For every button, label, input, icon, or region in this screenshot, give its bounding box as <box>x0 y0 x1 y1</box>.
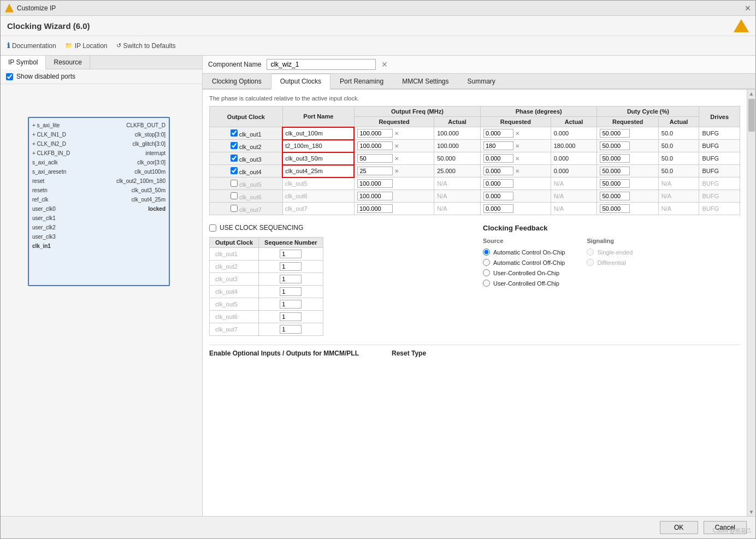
scroll-down-arrow[interactable]: ▼ <box>749 509 754 515</box>
seq-number-input[interactable] <box>280 325 302 334</box>
freq-requested-input[interactable] <box>357 179 393 188</box>
seq-number-cell[interactable] <box>259 286 323 298</box>
seq-number-input[interactable] <box>280 250 302 258</box>
clear-component-name-icon[interactable]: ✕ <box>381 60 388 69</box>
switch-defaults-link[interactable]: ↺ Switch to Defaults <box>116 42 176 50</box>
phase-requested-cell[interactable] <box>480 203 551 215</box>
freq-requested-input[interactable] <box>357 192 393 200</box>
phase-requested-input[interactable] <box>483 167 513 175</box>
duty-requested-cell[interactable] <box>597 140 658 152</box>
port-name-cell[interactable]: clk_out7 <box>282 203 354 215</box>
source-radio[interactable] <box>483 248 490 256</box>
duty-requested-input[interactable] <box>600 167 630 175</box>
duty-requested-input[interactable] <box>600 141 630 150</box>
seq-number-cell[interactable] <box>259 323 323 336</box>
seq-number-cell[interactable] <box>259 311 323 323</box>
close-button[interactable]: ✕ <box>745 4 751 13</box>
ok-button[interactable]: OK <box>660 521 698 534</box>
freq-requested-input[interactable] <box>357 154 393 163</box>
seq-number-cell[interactable] <box>259 260 323 273</box>
phase-requested-input[interactable] <box>483 179 513 188</box>
seq-number-cell[interactable] <box>259 273 323 286</box>
seq-number-input[interactable] <box>280 262 302 271</box>
signaling-radio[interactable] <box>587 248 594 256</box>
signaling-radio[interactable] <box>587 259 594 266</box>
duty-requested-cell[interactable] <box>597 190 658 203</box>
freq-clear-icon[interactable]: ✕ <box>394 143 399 149</box>
tab-mmcm-settings[interactable]: MMCM Settings <box>393 74 458 88</box>
freq-requested-input[interactable] <box>357 167 393 175</box>
phase-clear-icon[interactable]: ✕ <box>515 143 519 149</box>
duty-requested-input[interactable] <box>600 154 630 163</box>
phase-requested-cell[interactable]: ✕ <box>480 140 551 152</box>
phase-requested-input[interactable] <box>483 204 513 213</box>
freq-requested-cell[interactable]: ✕ <box>354 127 434 140</box>
freq-requested-cell[interactable]: ✕ <box>354 152 434 165</box>
use-clock-seq-checkbox[interactable] <box>209 224 216 232</box>
freq-clear-icon[interactable]: ✕ <box>394 131 399 137</box>
duty-requested-cell[interactable] <box>597 165 658 177</box>
phase-clear-icon[interactable]: ✕ <box>515 131 519 137</box>
scroll-thumb[interactable] <box>748 99 755 132</box>
phase-requested-cell[interactable] <box>480 177 551 190</box>
clock-enable-checkbox[interactable] <box>231 167 238 174</box>
port-name-cell[interactable]: clk_out5 <box>282 177 354 190</box>
phase-requested-input[interactable] <box>483 154 513 163</box>
seq-number-cell[interactable] <box>259 298 323 311</box>
tab-ip-symbol[interactable]: IP Symbol <box>1 56 46 69</box>
tab-output-clocks[interactable]: Output Clocks <box>271 74 330 90</box>
port-name-cell[interactable]: t2_100m_180 <box>282 140 354 152</box>
phase-clear-icon[interactable]: ✕ <box>515 156 519 162</box>
duty-requested-cell[interactable] <box>597 127 658 140</box>
phase-requested-cell[interactable] <box>480 190 551 203</box>
tab-port-renaming[interactable]: Port Renaming <box>330 74 393 88</box>
clock-enable-checkbox[interactable] <box>231 155 238 162</box>
freq-clear-icon[interactable]: ✕ <box>394 156 399 162</box>
right-scrollbar[interactable]: ▲ ▼ <box>747 90 755 516</box>
seq-number-input[interactable] <box>280 300 302 309</box>
show-disabled-checkbox[interactable] <box>6 73 13 80</box>
duty-requested-input[interactable] <box>600 192 630 200</box>
tab-clocking-options[interactable]: Clocking Options <box>203 74 271 88</box>
phase-clear-icon[interactable]: ✕ <box>515 168 519 174</box>
duty-requested-cell[interactable] <box>597 203 658 215</box>
clock-enable-checkbox[interactable] <box>231 129 238 137</box>
seq-number-input[interactable] <box>280 312 302 321</box>
port-name-cell[interactable]: clk_out4_25m <box>282 165 354 177</box>
seq-number-input[interactable] <box>280 287 302 296</box>
component-name-input[interactable] <box>267 59 376 70</box>
source-radio[interactable] <box>483 269 490 276</box>
freq-requested-cell[interactable]: ✕ <box>354 140 434 152</box>
freq-clear-icon[interactable]: ✕ <box>394 168 399 174</box>
ip-location-link[interactable]: 📁 IP Location <box>65 42 108 50</box>
duty-requested-input[interactable] <box>600 129 630 138</box>
phase-requested-cell[interactable]: ✕ <box>480 152 551 165</box>
scroll-up-arrow[interactable]: ▲ <box>749 91 754 97</box>
duty-requested-cell[interactable] <box>597 177 658 190</box>
port-name-cell[interactable]: clk_out6 <box>282 190 354 203</box>
port-name-cell[interactable]: clk_out3_50m <box>282 152 354 165</box>
freq-requested-input[interactable] <box>357 129 393 138</box>
documentation-link[interactable]: ℹ Documentation <box>7 42 56 50</box>
duty-requested-input[interactable] <box>600 179 630 188</box>
clock-enable-checkbox[interactable] <box>231 142 238 149</box>
phase-requested-input[interactable] <box>483 141 513 150</box>
port-name-cell[interactable]: clk_out_100m <box>282 127 354 140</box>
phase-requested-input[interactable] <box>483 129 513 138</box>
freq-requested-cell[interactable] <box>354 203 434 215</box>
seq-number-input[interactable] <box>280 275 302 283</box>
freq-requested-cell[interactable] <box>354 190 434 203</box>
clock-enable-checkbox[interactable] <box>231 205 238 212</box>
phase-requested-input[interactable] <box>483 192 513 200</box>
seq-number-cell[interactable] <box>259 248 323 260</box>
clock-enable-checkbox[interactable] <box>231 192 238 199</box>
freq-requested-cell[interactable] <box>354 177 434 190</box>
freq-requested-input[interactable] <box>357 141 393 150</box>
tab-summary[interactable]: Summary <box>458 74 505 88</box>
phase-requested-cell[interactable]: ✕ <box>480 165 551 177</box>
phase-requested-cell[interactable]: ✕ <box>480 127 551 140</box>
freq-requested-input[interactable] <box>357 204 393 213</box>
source-radio[interactable] <box>483 259 490 266</box>
freq-requested-cell[interactable]: ✕ <box>354 165 434 177</box>
duty-requested-cell[interactable] <box>597 152 658 165</box>
